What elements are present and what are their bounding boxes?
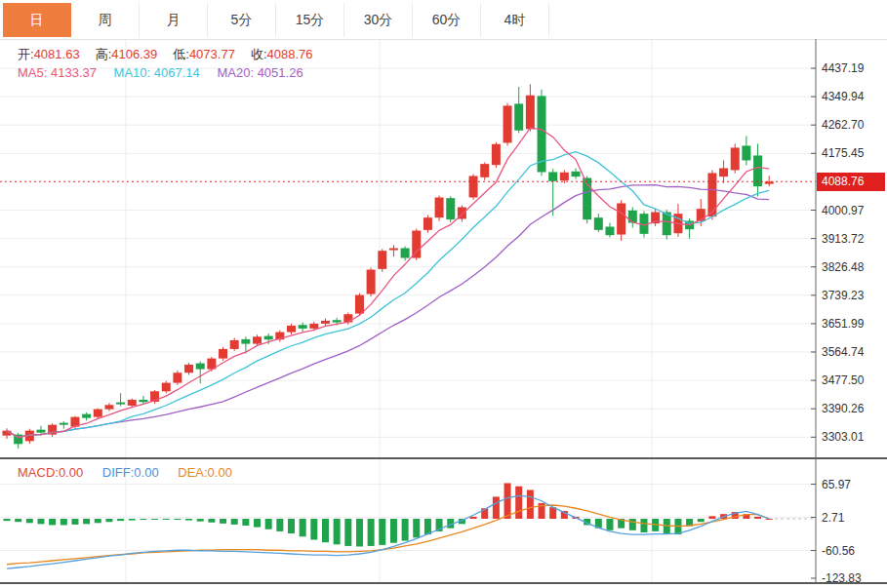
macd-hist-bar [37, 519, 44, 524]
tab-5min[interactable]: 5分 [208, 3, 276, 37]
ma20-legend: MA20: 4051.26 [217, 65, 302, 80]
macd-legend: MACD:0.00 DIFF:0.00 DEA:0.00 [18, 465, 232, 480]
candle-body [617, 203, 625, 234]
tab-month[interactable]: 月 [140, 3, 208, 37]
macd-hist-bar [242, 519, 249, 526]
candle-body [287, 326, 296, 333]
macd-hist-bar [504, 483, 511, 519]
candle-body [423, 217, 432, 230]
close-label: 收: [251, 47, 267, 61]
macd-hist-bar [174, 519, 181, 520]
macd-hist-bar [105, 519, 112, 522]
macd-axis-label: -123.83 [822, 571, 862, 585]
tab-15min[interactable]: 15分 [276, 3, 344, 37]
candle-body [526, 96, 535, 130]
macd-hist-bar [197, 519, 204, 522]
candle-body [299, 325, 307, 329]
candle-body [343, 314, 352, 322]
price-axis-label: 4262.70 [822, 118, 865, 132]
macd-hist-bar [95, 519, 101, 523]
ma5-legend: MA5: 4133.37 [18, 65, 97, 80]
candle-body [378, 251, 386, 269]
macd-hist-bar [265, 519, 272, 529]
candle-body [264, 336, 273, 340]
kline-chart-app: 日 周 月 5分 15分 30分 60分 4时 4437.194349.9442… [0, 0, 887, 588]
macd-axis-label: 2.71 [822, 511, 845, 525]
macd-hist-bar [379, 519, 385, 545]
period-tab-bar: 日 周 月 5分 15分 30分 60分 4时 [0, 0, 887, 39]
candle-body [94, 410, 102, 417]
candle-body [230, 340, 239, 349]
macd-hist-bar [766, 519, 773, 520]
macd-hist-bar [470, 517, 477, 519]
macd-hist-bar [334, 519, 341, 544]
macd-hist-bar [163, 519, 170, 520]
tab-60min[interactable]: 60分 [413, 3, 481, 37]
macd-hist-bar [527, 490, 534, 519]
macd-hist-bar [708, 516, 715, 519]
macd-hist-bar [344, 519, 351, 546]
candle-body [82, 414, 91, 418]
macd-hist-bar [60, 519, 67, 525]
candle-body [116, 403, 125, 405]
candle-body [480, 164, 489, 177]
price-axis-label: 3390.26 [822, 402, 865, 415]
candle-body [36, 430, 45, 433]
macd-hist-bar [254, 519, 261, 528]
macd-hist-bar [322, 519, 329, 542]
tab-week[interactable]: 周 [71, 3, 140, 37]
last-price-tag: 4088.76 [817, 173, 885, 191]
macd-value: MACD:0.00 [18, 465, 83, 480]
macd-hist-bar [368, 519, 375, 546]
tab-4hour[interactable]: 4时 [481, 3, 549, 37]
price-axis-label: 3739.23 [822, 289, 865, 302]
ma-legend: MA5: 4133.37 MA10: 4067.14 MA20: 4051.26 [18, 65, 303, 80]
macd-hist-bar [276, 519, 283, 531]
ma5-line [7, 128, 769, 437]
candle-body [560, 173, 569, 180]
kline-chart-plot[interactable]: 4437.194349.944262.704175.454000.973913.… [0, 0, 887, 588]
high-label: 高: [96, 47, 112, 61]
candle-body [389, 249, 398, 251]
macd-hist-bar [606, 519, 613, 530]
macd-hist-bar [208, 519, 215, 523]
candle-body [628, 211, 637, 223]
candle-body [253, 336, 262, 343]
macd-hist-bar [424, 519, 431, 534]
macd-hist-bar [185, 519, 192, 521]
candle-body [572, 172, 581, 176]
high-value: 4106.39 [111, 47, 157, 61]
candle-body [128, 400, 137, 406]
price-axis-label: 3651.99 [822, 317, 865, 331]
candle-body [173, 372, 181, 382]
candle-body [60, 423, 68, 425]
macd-hist-bar [129, 519, 136, 521]
macd-hist-bar [15, 519, 21, 522]
candle-body [309, 324, 318, 329]
macd-hist-bar [300, 519, 306, 536]
candle-body [719, 168, 728, 176]
dea-value: DEA:0.00 [178, 465, 232, 480]
tab-day[interactable]: 日 [3, 3, 71, 37]
macd-hist-bar [310, 519, 317, 540]
candle-body [219, 349, 227, 359]
open-value: 4081.63 [34, 47, 80, 61]
macd-hist-bar [140, 519, 146, 520]
price-axis-label: 3477.50 [822, 373, 865, 387]
macd-hist-bar [698, 519, 705, 522]
candle-body [367, 270, 376, 294]
macd-hist-bar [151, 519, 158, 520]
price-axis-label: 4175.45 [822, 146, 865, 160]
candle-body [139, 400, 147, 402]
price-axis-label: 4437.19 [822, 61, 865, 75]
candle-body [514, 103, 523, 130]
macd-hist-bar [288, 519, 295, 533]
macd-hist-bar [71, 519, 78, 525]
price-axis-label: 3826.48 [822, 260, 865, 274]
price-axis-label: 3564.74 [822, 345, 865, 359]
candle-body [412, 231, 421, 258]
ohlc-legend: 开:4081.63高:4106.39低:4073.77收:4088.76 [18, 46, 329, 63]
candle-body [435, 197, 444, 217]
candle-body [492, 144, 501, 165]
tab-30min[interactable]: 30分 [344, 3, 413, 37]
